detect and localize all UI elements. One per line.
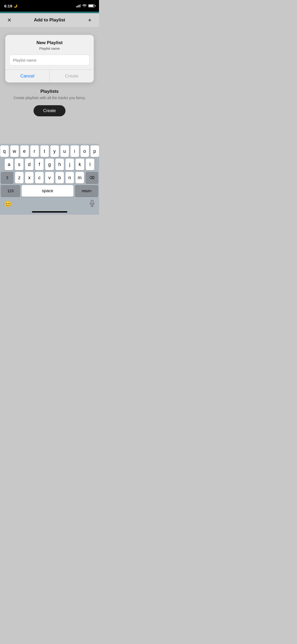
- main-content: New Playlist Playlist name Cancel Create…: [0, 27, 99, 122]
- close-button[interactable]: ✕: [5, 17, 13, 23]
- key-q[interactable]: q: [0, 145, 9, 157]
- home-indicator: [0, 210, 99, 215]
- cancel-button[interactable]: Cancel: [5, 70, 50, 82]
- key-f[interactable]: f: [35, 159, 44, 170]
- modal-body: New Playlist Playlist name: [5, 35, 94, 70]
- key-i[interactable]: i: [70, 145, 79, 157]
- key-k[interactable]: k: [76, 159, 84, 170]
- return-key[interactable]: return: [75, 185, 98, 197]
- key-n[interactable]: n: [65, 172, 74, 183]
- key-v[interactable]: v: [45, 172, 54, 183]
- space-key[interactable]: space: [22, 185, 73, 197]
- create-playlist-button[interactable]: Create: [34, 105, 65, 116]
- key-b[interactable]: b: [55, 172, 64, 183]
- backspace-key[interactable]: ⌫: [86, 172, 98, 183]
- status-icons: [76, 4, 95, 8]
- nav-header: ✕ Add to Playlist +: [0, 13, 99, 27]
- key-a[interactable]: a: [5, 159, 13, 170]
- playlists-section: Playlists Create playlists with all the …: [5, 89, 94, 116]
- playlist-name-input[interactable]: [10, 55, 89, 65]
- key-h[interactable]: h: [55, 159, 64, 170]
- key-t[interactable]: t: [40, 145, 49, 157]
- key-j[interactable]: j: [65, 159, 74, 170]
- key-s[interactable]: s: [15, 159, 23, 170]
- playlists-description: Create playlists with all the tracks you…: [5, 96, 94, 100]
- wifi-icon: [82, 4, 87, 8]
- key-e[interactable]: e: [20, 145, 29, 157]
- status-bar: 6:19 🌙: [0, 0, 99, 12]
- modal-title: New Playlist: [10, 40, 89, 45]
- key-x[interactable]: x: [25, 172, 34, 183]
- status-time: 6:19 🌙: [4, 4, 17, 8]
- key-o[interactable]: o: [81, 145, 89, 157]
- emoji-button[interactable]: 😊: [4, 201, 11, 208]
- time-label: 6:19: [4, 4, 12, 8]
- svg-rect-0: [91, 200, 93, 204]
- key-g[interactable]: g: [45, 159, 54, 170]
- keyboard-row-4: 123 space return: [0, 183, 99, 198]
- keyboard-row-3: ⇧ z x c v b n m ⌫: [0, 170, 99, 183]
- modal-subtitle: Playlist name: [10, 47, 89, 50]
- key-d[interactable]: d: [25, 159, 34, 170]
- moon-icon: 🌙: [13, 4, 17, 8]
- microphone-button[interactable]: [89, 200, 95, 208]
- key-w[interactable]: w: [10, 145, 19, 157]
- add-button[interactable]: +: [86, 16, 94, 24]
- shift-key[interactable]: ⇧: [1, 172, 13, 183]
- keyboard: q w e r t y u i o p a s d f g h j k l ⇧ …: [0, 144, 99, 215]
- key-u[interactable]: u: [60, 145, 69, 157]
- key-r[interactable]: r: [30, 145, 39, 157]
- modal-actions: Cancel Create: [5, 70, 94, 82]
- key-z[interactable]: z: [15, 172, 23, 183]
- playlists-title: Playlists: [5, 89, 94, 94]
- key-l[interactable]: l: [86, 159, 94, 170]
- signal-bars-icon: [76, 4, 81, 7]
- key-y[interactable]: y: [50, 145, 59, 157]
- battery-icon: [88, 4, 95, 7]
- keyboard-row-2: a s d f g h j k l: [0, 157, 99, 170]
- key-c[interactable]: c: [35, 172, 44, 183]
- numbers-key[interactable]: 123: [1, 185, 20, 197]
- create-button[interactable]: Create: [50, 70, 94, 82]
- page-title: Add to Playlist: [34, 17, 65, 23]
- key-m[interactable]: m: [76, 172, 84, 183]
- keyboard-row-1: q w e r t y u i o p: [0, 144, 99, 157]
- new-playlist-modal: New Playlist Playlist name Cancel Create: [5, 35, 94, 82]
- keyboard-extras: 😊: [0, 198, 99, 210]
- key-p[interactable]: p: [91, 145, 99, 157]
